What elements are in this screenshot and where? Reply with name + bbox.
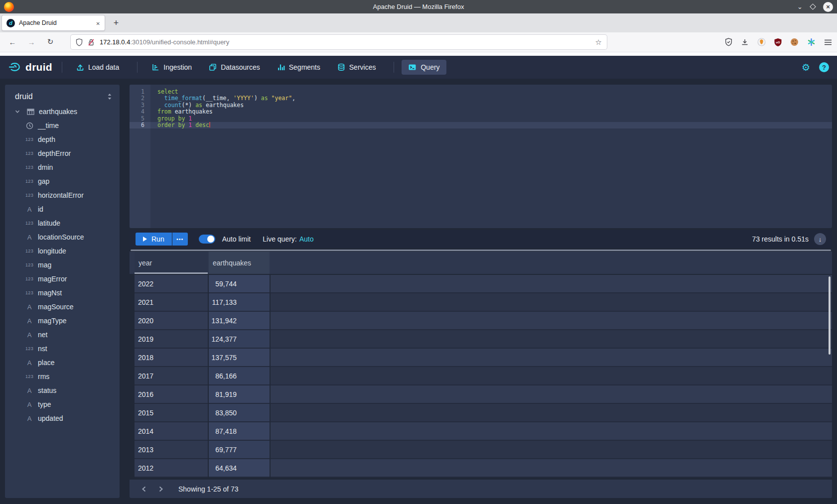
nav-item-query[interactable]: Query: [402, 60, 446, 75]
run-button[interactable]: Run: [136, 233, 172, 246]
cell-year[interactable]: 2015: [135, 404, 208, 422]
schema-selector[interactable]: druid: [5, 89, 120, 105]
sidebar-column-__time[interactable]: __time: [5, 119, 120, 132]
back-icon[interactable]: ←: [5, 34, 20, 49]
cell-year[interactable]: 2022: [135, 275, 208, 293]
sidebar-column-magError[interactable]: 123magError: [5, 272, 120, 286]
sql-token: as: [261, 95, 268, 102]
double-caret-vertical-icon[interactable]: [107, 93, 113, 100]
code-line-1: select: [157, 89, 832, 95]
cell-earthquakes[interactable]: 131,942: [209, 312, 270, 330]
nav-item-services[interactable]: Services: [331, 60, 383, 75]
bookmark-star-icon[interactable]: [595, 38, 602, 47]
sidebar-column-status[interactable]: Astatus: [5, 383, 120, 397]
column-name: id: [38, 205, 43, 213]
column-header-year[interactable]: year: [135, 252, 208, 274]
ublock-icon[interactable]: uO: [774, 38, 782, 46]
cell-earthquakes[interactable]: 124,377: [209, 330, 270, 349]
sidebar-column-place[interactable]: Aplace: [5, 356, 120, 370]
auto-limit-toggle[interactable]: [199, 235, 215, 244]
sidebar-column-rms[interactable]: 123rms: [5, 370, 120, 383]
extension-icon[interactable]: [757, 38, 766, 46]
sidebar-column-mag[interactable]: 123mag: [5, 258, 120, 272]
editor-code[interactable]: select time_format(__time, 'YYYY') as "y…: [150, 85, 832, 228]
column-name: depthError: [38, 149, 71, 157]
cell-earthquakes[interactable]: 137,575: [209, 349, 270, 367]
minimize-icon[interactable]: ⌄: [797, 3, 803, 10]
sidebar-column-depthError[interactable]: 123depthError: [5, 146, 120, 160]
nav-item-segments[interactable]: Segments: [271, 60, 327, 75]
cell-earthquakes[interactable]: 86,166: [209, 367, 270, 385]
cell-earthquakes[interactable]: 59,744: [209, 275, 270, 293]
gear-icon[interactable]: ⚙: [802, 63, 810, 72]
chevron-left-icon[interactable]: [138, 483, 150, 496]
cell-year[interactable]: 2020: [135, 312, 208, 330]
vertical-scrollbar[interactable]: [829, 276, 831, 355]
navbar-right: ⚙: [802, 62, 829, 72]
menu-icon[interactable]: [824, 39, 832, 46]
sidebar-column-nst[interactable]: 123nst: [5, 342, 120, 356]
maximize-icon[interactable]: [810, 3, 816, 10]
table-row: 2018137,575: [130, 349, 832, 367]
cell-year[interactable]: 2019: [135, 330, 208, 349]
cell-year[interactable]: 2013: [135, 441, 208, 459]
cell-earthquakes[interactable]: 64,634: [209, 459, 270, 478]
forward-icon[interactable]: →: [24, 34, 39, 49]
cell-earthquakes[interactable]: 87,418: [209, 422, 270, 441]
sidebar-column-gap[interactable]: 123gap: [5, 174, 120, 188]
url-bar[interactable]: 172.18.0.4:30109/unified-console.html#qu…: [71, 35, 607, 49]
column-name: horizontalError: [38, 191, 84, 199]
download-circle-icon[interactable]: [814, 233, 826, 245]
sidebar-column-depth[interactable]: 123depth: [5, 132, 120, 146]
druid-brand[interactable]: druid: [8, 61, 52, 73]
sidebar-item-earthquakes-table[interactable]: earthquakes: [5, 105, 120, 119]
cell-earthquakes[interactable]: 117,133: [209, 293, 270, 312]
reload-icon[interactable]: ↻: [43, 34, 58, 49]
shield-check-icon[interactable]: [725, 38, 732, 46]
sidebar-column-updated[interactable]: Aupdated: [5, 411, 120, 425]
cell-earthquakes[interactable]: 83,850: [209, 404, 270, 422]
consent-icon[interactable]: [807, 38, 816, 46]
cell-year[interactable]: 2018: [135, 349, 208, 367]
numeric-type-icon: 123: [25, 179, 34, 184]
more-ellipsis-icon[interactable]: [172, 233, 188, 246]
cell-year[interactable]: 2016: [135, 385, 208, 404]
cookie-icon[interactable]: [790, 38, 799, 46]
horizontal-scrollbar[interactable]: [131, 250, 831, 251]
sql-token: [157, 95, 164, 102]
help-icon[interactable]: [819, 62, 829, 72]
live-query-value[interactable]: Auto: [299, 235, 314, 243]
sidebar-column-type[interactable]: Atype: [5, 397, 120, 411]
sidebar-column-magNst[interactable]: 123magNst: [5, 286, 120, 300]
sidebar-column-net[interactable]: Anet: [5, 328, 120, 342]
chevron-down-icon[interactable]: [13, 109, 22, 115]
cell-year[interactable]: 2021: [135, 293, 208, 312]
cell-year[interactable]: 2012: [135, 459, 208, 478]
cell-earthquakes[interactable]: 81,919: [209, 385, 270, 404]
sidebar-column-id[interactable]: Aid: [5, 202, 120, 216]
chevron-right-icon[interactable]: [154, 483, 167, 496]
sidebar-column-longitude[interactable]: 123longitude: [5, 244, 120, 258]
browser-tab[interactable]: Apache Druid: [1, 15, 105, 31]
sidebar-column-latitude[interactable]: 123latitude: [5, 216, 120, 230]
new-tab-button[interactable]: [109, 16, 123, 30]
cell-earthquakes[interactable]: 69,777: [209, 441, 270, 459]
sidebar-column-dmin[interactable]: 123dmin: [5, 160, 120, 174]
nav-item-datasources[interactable]: Datasources: [202, 60, 267, 75]
sidebar-column-magSource[interactable]: AmagSource: [5, 300, 120, 314]
close-icon[interactable]: [823, 2, 833, 12]
sidebar-column-locationSource[interactable]: AlocationSource: [5, 230, 120, 244]
sidebar-column-horizontalError[interactable]: 123horizontalError: [5, 188, 120, 202]
column-header-earthquakes[interactable]: earthquakes: [209, 252, 270, 274]
insecure-crossed-lock-icon[interactable]: [88, 38, 95, 46]
tracking-protection-shield-icon[interactable]: [76, 38, 83, 46]
download-icon[interactable]: [741, 38, 749, 46]
nav-item-ingestion[interactable]: Ingestion: [145, 60, 198, 75]
cell-year[interactable]: 2014: [135, 422, 208, 441]
nav-item-load-data[interactable]: Load data: [70, 60, 126, 75]
row-filler: [271, 459, 832, 478]
cell-year[interactable]: 2017: [135, 367, 208, 385]
sidebar-column-magType[interactable]: AmagType: [5, 314, 120, 328]
tab-close-icon[interactable]: [96, 19, 100, 27]
sql-editor[interactable]: 123456 select time_format(__time, 'YYYY'…: [130, 85, 832, 228]
